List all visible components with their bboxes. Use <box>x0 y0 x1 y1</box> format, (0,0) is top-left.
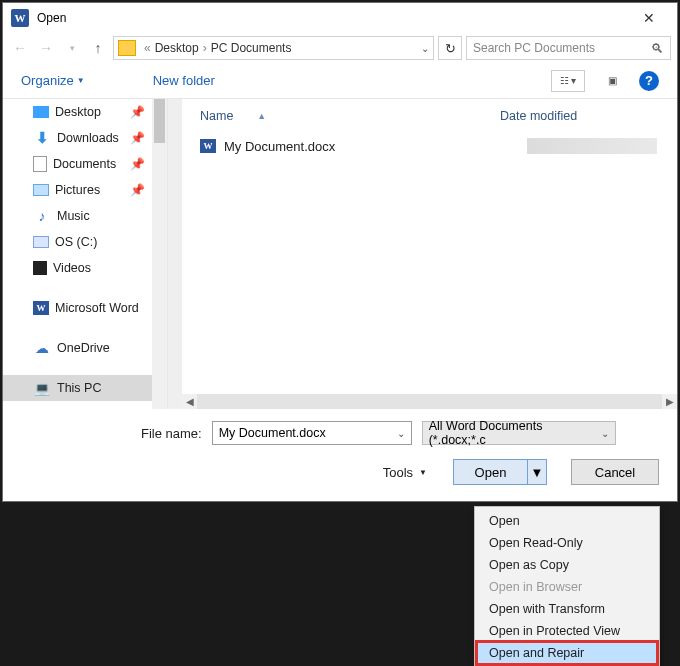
help-button[interactable]: ? <box>639 71 659 91</box>
file-name: My Document.docx <box>224 139 335 154</box>
filename-input[interactable]: My Document.docx ⌄ <box>212 421 412 445</box>
word-app-icon: W <box>11 9 29 27</box>
recent-dropdown[interactable]: ▾ <box>61 37 83 59</box>
cancel-button[interactable]: Cancel <box>571 459 659 485</box>
open-dropdown-button[interactable]: ▼ <box>527 459 547 485</box>
cloud-icon: ☁ <box>33 340 51 356</box>
breadcrumb-part[interactable]: Desktop <box>155 41 199 55</box>
file-pane-gutter <box>168 99 182 409</box>
new-folder-button[interactable]: New folder <box>153 73 215 88</box>
tools-menu[interactable]: Tools ▼ <box>383 465 427 480</box>
refresh-button[interactable]: ↻ <box>438 36 462 60</box>
dialog-title: Open <box>37 11 629 25</box>
pin-icon: 📌 <box>130 105 145 119</box>
pictures-icon <box>33 184 49 196</box>
scroll-track[interactable] <box>197 394 662 409</box>
view-mode-button[interactable]: ☷ ▾ <box>551 70 585 92</box>
menu-open-as-copy[interactable]: Open as Copy <box>477 554 657 576</box>
search-placeholder: Search PC Documents <box>473 41 595 55</box>
folder-icon <box>118 40 136 56</box>
nav-row: ← → ▾ ↑ « Desktop › PC Documents ⌄ ↻ Sea… <box>3 33 677 63</box>
scroll-thumb[interactable] <box>154 99 165 143</box>
chevron-down-icon[interactable]: ⌄ <box>397 428 405 439</box>
menu-open-readonly[interactable]: Open Read-Only <box>477 532 657 554</box>
open-split-button: Open ▼ <box>453 459 547 485</box>
dialog-footer: File name: My Document.docx ⌄ All Word D… <box>3 409 677 501</box>
disk-icon <box>33 236 49 248</box>
pin-icon: 📌 <box>130 183 145 197</box>
search-input[interactable]: Search PC Documents 🔍︎ <box>466 36 671 60</box>
chevron-down-icon: ⌄ <box>601 428 609 439</box>
file-row[interactable]: W My Document.docx <box>168 133 677 159</box>
toolbar: Organize▼ New folder ☷ ▾ ▣ ? <box>3 63 677 99</box>
tree-videos[interactable]: Videos <box>3 255 167 281</box>
chevron-right-icon: › <box>203 41 207 55</box>
pin-icon: 📌 <box>130 131 145 145</box>
tree-onedrive[interactable]: ☁OneDrive <box>3 335 167 361</box>
tree-pictures[interactable]: Pictures📌 <box>3 177 167 203</box>
tree-osc[interactable]: OS (C:) <box>3 229 167 255</box>
word-icon: W <box>33 301 49 315</box>
scroll-left-icon[interactable]: ◀ <box>182 396 197 407</box>
breadcrumb-dropdown-icon[interactable]: ⌄ <box>421 43 429 54</box>
music-icon: ♪ <box>33 208 51 224</box>
col-name[interactable]: Name <box>200 109 233 123</box>
nav-tree: Desktop📌 ⬇Downloads📌 Documents📌 Pictures… <box>3 99 168 409</box>
close-button[interactable]: ✕ <box>629 10 669 26</box>
chevron-icon: « <box>144 41 151 55</box>
tree-desktop[interactable]: Desktop📌 <box>3 99 167 125</box>
breadcrumb-bar[interactable]: « Desktop › PC Documents ⌄ <box>113 36 434 60</box>
menu-open-in-browser: Open in Browser <box>477 576 657 598</box>
forward-button[interactable]: → <box>35 37 57 59</box>
back-button[interactable]: ← <box>9 37 31 59</box>
search-icon: 🔍︎ <box>651 41 664 56</box>
downloads-icon: ⬇ <box>33 129 51 147</box>
open-dropdown-menu: Open Open Read-Only Open as Copy Open in… <box>474 506 660 666</box>
h-scrollbar[interactable]: ◀ ▶ <box>182 394 677 409</box>
open-button[interactable]: Open <box>453 459 527 485</box>
col-date[interactable]: Date modified <box>500 109 577 123</box>
desktop-icon <box>33 106 49 118</box>
menu-open-protected-view[interactable]: Open in Protected View <box>477 620 657 642</box>
tree-music[interactable]: ♪Music <box>3 203 167 229</box>
preview-pane-button[interactable]: ▣ <box>595 70 629 92</box>
titlebar: W Open ✕ <box>3 3 677 33</box>
organize-menu[interactable]: Organize▼ <box>21 73 85 88</box>
chevron-down-icon: ▼ <box>77 76 85 85</box>
dialog-body: Desktop📌 ⬇Downloads📌 Documents📌 Pictures… <box>3 99 677 409</box>
file-pane: Name ▲ Date modified W My Document.docx … <box>168 99 677 409</box>
word-doc-icon: W <box>200 139 216 153</box>
menu-open-and-repair[interactable]: Open and Repair <box>477 642 657 664</box>
file-date-blurred <box>527 138 657 154</box>
menu-open-with-transform[interactable]: Open with Transform <box>477 598 657 620</box>
scroll-right-icon[interactable]: ▶ <box>662 396 677 407</box>
videos-icon <box>33 261 47 275</box>
up-button[interactable]: ↑ <box>87 37 109 59</box>
chevron-down-icon: ▼ <box>419 468 427 477</box>
breadcrumb-part[interactable]: PC Documents <box>211 41 292 55</box>
sort-indicator-icon: ▲ <box>257 111 266 121</box>
pc-icon: 💻 <box>33 381 51 396</box>
tree-scrollbar[interactable] <box>152 99 167 409</box>
open-dialog: W Open ✕ ← → ▾ ↑ « Desktop › PC Document… <box>2 2 678 502</box>
filetype-filter[interactable]: All Word Documents (*.docx;*.c ⌄ <box>422 421 616 445</box>
column-headers: Name ▲ Date modified <box>168 99 677 133</box>
tree-msword[interactable]: WMicrosoft Word <box>3 295 167 321</box>
tree-documents[interactable]: Documents📌 <box>3 151 167 177</box>
menu-open[interactable]: Open <box>477 510 657 532</box>
pin-icon: 📌 <box>130 157 145 171</box>
tree-downloads[interactable]: ⬇Downloads📌 <box>3 125 167 151</box>
documents-icon <box>33 156 47 172</box>
filename-label: File name: <box>141 426 202 441</box>
tree-thispc[interactable]: 💻This PC <box>3 375 167 401</box>
